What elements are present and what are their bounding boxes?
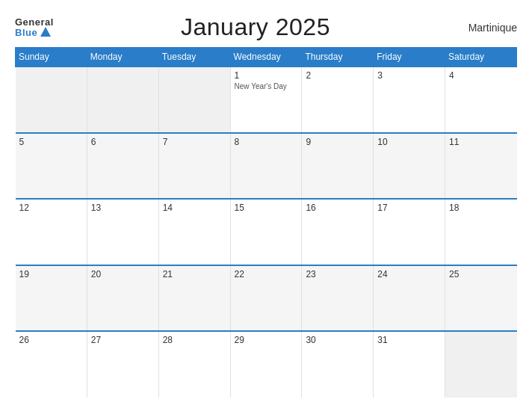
day-number: 9 bbox=[306, 137, 369, 147]
logo: General Blue bbox=[15, 17, 54, 37]
day-number: 26 bbox=[19, 335, 83, 345]
day-number: 19 bbox=[19, 269, 83, 279]
calendar-cell: 25 bbox=[445, 265, 517, 332]
calendar-cell bbox=[87, 67, 158, 133]
calendar-cell bbox=[445, 331, 517, 398]
calendar-cell: 4 bbox=[445, 67, 517, 133]
calendar-table: Sunday Monday Tuesday Wednesday Thursday… bbox=[15, 47, 517, 398]
day-number: 13 bbox=[91, 203, 155, 213]
day-number: 30 bbox=[306, 335, 369, 345]
calendar-cell: 2 bbox=[302, 67, 374, 133]
calendar-header: Sunday Monday Tuesday Wednesday Thursday… bbox=[16, 48, 517, 67]
col-thursday: Thursday bbox=[302, 48, 374, 67]
day-number: 7 bbox=[163, 137, 226, 147]
calendar-week-row: 567891011 bbox=[16, 133, 517, 200]
calendar-cell: 16 bbox=[302, 199, 374, 265]
calendar-cell: 29 bbox=[230, 331, 302, 398]
calendar-cell: 27 bbox=[87, 331, 158, 398]
calendar-cell: 9 bbox=[302, 133, 374, 200]
col-friday: Friday bbox=[374, 48, 445, 67]
day-number: 1 bbox=[235, 70, 298, 81]
day-number: 18 bbox=[449, 203, 513, 213]
calendar-cell: 8 bbox=[230, 133, 302, 200]
logo-general-text: General bbox=[15, 17, 54, 27]
day-number: 24 bbox=[377, 269, 441, 279]
calendar-cell: 12 bbox=[16, 199, 87, 265]
day-number: 14 bbox=[163, 203, 226, 213]
day-number: 29 bbox=[235, 335, 298, 345]
calendar-cell: 22 bbox=[230, 265, 302, 332]
header: General Blue January 2025 Martinique bbox=[15, 13, 517, 41]
calendar-cell: 13 bbox=[87, 199, 158, 265]
calendar-cell: 21 bbox=[158, 265, 230, 332]
calendar-cell: 3 bbox=[374, 67, 445, 133]
calendar-week-row: 19202122232425 bbox=[16, 265, 517, 332]
calendar-cell: 19 bbox=[16, 265, 87, 332]
day-number: 20 bbox=[91, 269, 155, 279]
logo-triangle-icon bbox=[40, 27, 51, 37]
calendar-cell bbox=[158, 67, 230, 133]
calendar-cell: 5 bbox=[16, 133, 87, 200]
col-wednesday: Wednesday bbox=[230, 48, 302, 67]
calendar-cell bbox=[16, 67, 87, 133]
calendar-cell: 6 bbox=[87, 133, 158, 200]
col-saturday: Saturday bbox=[445, 48, 517, 67]
day-number: 17 bbox=[377, 203, 441, 213]
holiday-label: New Year's Day bbox=[235, 82, 298, 91]
days-of-week-row: Sunday Monday Tuesday Wednesday Thursday… bbox=[16, 48, 517, 67]
col-tuesday: Tuesday bbox=[158, 48, 230, 67]
day-number: 31 bbox=[377, 335, 441, 345]
day-number: 4 bbox=[449, 70, 513, 81]
col-monday: Monday bbox=[87, 48, 158, 67]
day-number: 8 bbox=[235, 137, 298, 147]
day-number: 3 bbox=[377, 70, 441, 81]
day-number: 11 bbox=[449, 137, 513, 147]
calendar-cell: 26 bbox=[16, 331, 87, 398]
calendar-week-row: 262728293031 bbox=[16, 331, 517, 398]
day-number: 5 bbox=[19, 137, 83, 147]
calendar-cell: 31 bbox=[374, 331, 445, 398]
day-number: 22 bbox=[235, 269, 298, 279]
calendar-cell: 24 bbox=[374, 265, 445, 332]
day-number: 25 bbox=[449, 269, 513, 279]
calendar-cell: 14 bbox=[158, 199, 230, 265]
col-sunday: Sunday bbox=[16, 48, 87, 67]
calendar-title: January 2025 bbox=[54, 13, 457, 41]
day-number: 23 bbox=[306, 269, 369, 279]
day-number: 12 bbox=[19, 203, 83, 213]
calendar-cell: 10 bbox=[374, 133, 445, 200]
region-label: Martinique bbox=[457, 22, 517, 34]
day-number: 16 bbox=[306, 203, 369, 213]
calendar-week-row: 12131415161718 bbox=[16, 199, 517, 265]
calendar-cell: 1New Year's Day bbox=[230, 67, 302, 133]
day-number: 2 bbox=[306, 70, 369, 81]
calendar-cell: 28 bbox=[158, 331, 230, 398]
calendar-cell: 11 bbox=[445, 133, 517, 200]
day-number: 21 bbox=[163, 269, 226, 279]
day-number: 28 bbox=[163, 335, 226, 345]
calendar-cell: 20 bbox=[87, 265, 158, 332]
calendar-cell: 30 bbox=[302, 331, 374, 398]
calendar-cell: 23 bbox=[302, 265, 374, 332]
day-number: 15 bbox=[235, 203, 298, 213]
logo-blue-text: Blue bbox=[15, 27, 54, 37]
calendar-week-row: 1New Year's Day234 bbox=[16, 67, 517, 133]
calendar-cell: 17 bbox=[374, 199, 445, 265]
day-number: 10 bbox=[377, 137, 441, 147]
calendar-cell: 18 bbox=[445, 199, 517, 265]
day-number: 6 bbox=[91, 137, 155, 147]
day-number: 27 bbox=[91, 335, 155, 345]
calendar-body: 1New Year's Day2345678910111213141516171… bbox=[16, 67, 517, 398]
calendar-cell: 7 bbox=[158, 133, 230, 200]
calendar-cell: 15 bbox=[230, 199, 302, 265]
calendar-page: General Blue January 2025 Martinique Sun… bbox=[0, 0, 532, 411]
